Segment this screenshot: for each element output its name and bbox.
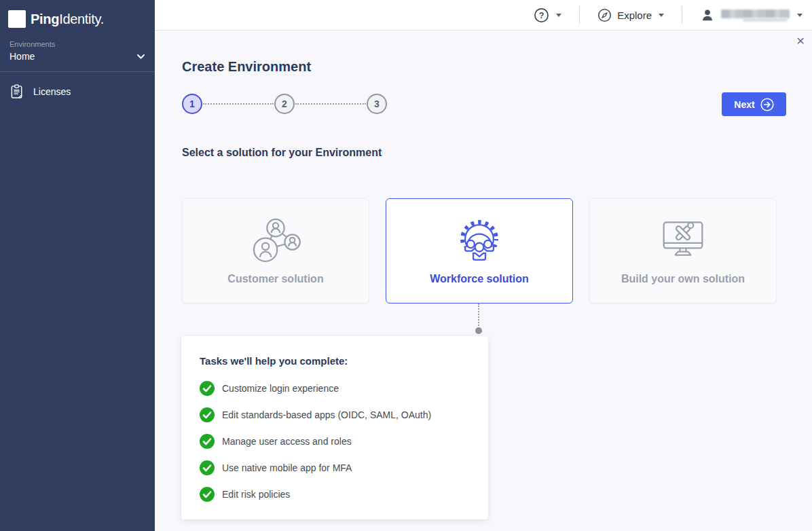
tasks-panel: Tasks we'll help you complete: Customize…: [181, 336, 488, 519]
help-menu[interactable]: ?: [516, 0, 579, 30]
account-menu[interactable]: [682, 0, 812, 30]
task-item: Use native mobile app for MFA: [181, 454, 488, 481]
help-icon: ?: [534, 7, 549, 23]
caret-down-icon: [659, 14, 664, 17]
clipboard-icon: [11, 84, 23, 99]
card-label: Customer solution: [227, 273, 323, 285]
topbar: ? Explore: [155, 0, 812, 31]
card-label: Workforce solution: [430, 273, 529, 285]
task-label: Manage user access and roles: [222, 436, 352, 447]
caret-down-icon: [797, 14, 802, 17]
ping-identity-logo[interactable]: PingIdentity.: [0, 0, 155, 35]
solution-cards: Customer solution Workforce solution: [182, 198, 777, 304]
step-3[interactable]: 3: [367, 94, 387, 114]
task-label: Use native mobile app for MFA: [222, 462, 352, 473]
build-tools-icon: [655, 217, 711, 268]
environments-label: Environments: [10, 40, 145, 48]
card-to-panel-connector: [478, 304, 479, 329]
environment-selector[interactable]: Home: [10, 51, 145, 62]
tasks-list: Customize login experience Edit standard…: [181, 375, 488, 507]
account-name-redacted: [721, 10, 790, 20]
check-circle-icon: [200, 460, 215, 475]
task-label: Edit standards-based apps (OIDC, SAML, O…: [222, 409, 431, 420]
sidebar-item-label: Licenses: [33, 86, 71, 97]
caret-down-icon: [556, 14, 561, 17]
card-workforce-solution[interactable]: Workforce solution: [386, 198, 573, 304]
step-2[interactable]: 2: [274, 94, 295, 114]
check-circle-icon: [200, 434, 215, 449]
connector-dot: [475, 327, 482, 334]
step-1[interactable]: 1: [182, 94, 202, 114]
explore-label: Explore: [617, 10, 652, 21]
sidebar: PingIdentity. Environments Home Licenses: [0, 0, 155, 531]
explore-menu[interactable]: Explore: [580, 0, 682, 30]
step-connector: [295, 103, 366, 105]
sidebar-divider: [0, 71, 155, 72]
check-circle-icon: [200, 487, 215, 502]
wizard-stepper: 1 2 3: [182, 94, 387, 114]
arrow-right-circle-icon: [760, 98, 774, 111]
check-circle-icon: [200, 381, 215, 396]
create-environment-panel: × Create Environment 1 2 3 Next Select a…: [155, 31, 812, 531]
close-icon[interactable]: ×: [796, 33, 805, 48]
check-circle-icon: [200, 407, 215, 422]
chevron-down-icon: [136, 54, 145, 60]
selected-environment: Home: [10, 51, 35, 62]
task-item: Customize login experience: [181, 375, 488, 401]
next-button[interactable]: Next: [722, 92, 786, 116]
card-label: Build your own solution: [621, 273, 745, 285]
page-title: Create Environment: [182, 59, 311, 75]
card-build-your-own-solution[interactable]: Build your own solution: [589, 198, 777, 304]
svg-text:?: ?: [539, 10, 545, 20]
user-icon: [700, 7, 715, 22]
task-item: Edit standards-based apps (OIDC, SAML, O…: [181, 401, 488, 428]
brand-name: PingIdentity.: [31, 12, 104, 27]
step-connector: [203, 103, 274, 105]
customer-network-icon: [248, 217, 303, 268]
task-label: Edit risk policies: [222, 489, 290, 500]
card-customer-solution[interactable]: Customer solution: [182, 198, 369, 304]
section-heading: Select a solution for your Environment: [182, 147, 382, 159]
ping-logo-mark-icon: [8, 10, 26, 28]
workforce-gear-icon: [451, 217, 507, 268]
next-button-label: Next: [734, 99, 754, 110]
compass-icon: [597, 8, 612, 22]
task-item: Edit risk policies: [181, 481, 488, 507]
task-item: Manage user access and roles: [181, 428, 488, 454]
task-label: Customize login experience: [222, 383, 339, 394]
tasks-title: Tasks we'll help you complete:: [181, 336, 488, 367]
sidebar-item-licenses[interactable]: Licenses: [0, 76, 155, 107]
